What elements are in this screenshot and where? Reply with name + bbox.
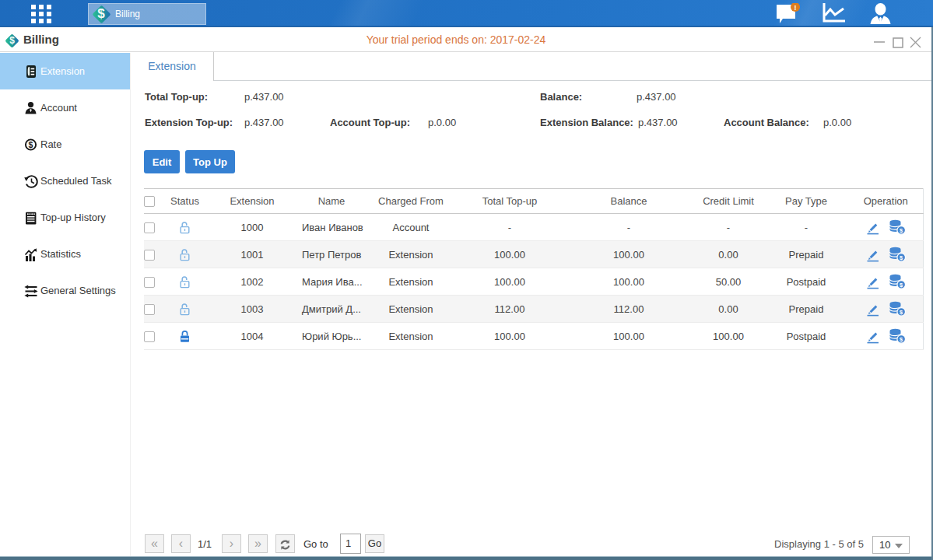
svg-text:!: ! [794,4,797,12]
svg-text:$: $ [29,139,33,149]
